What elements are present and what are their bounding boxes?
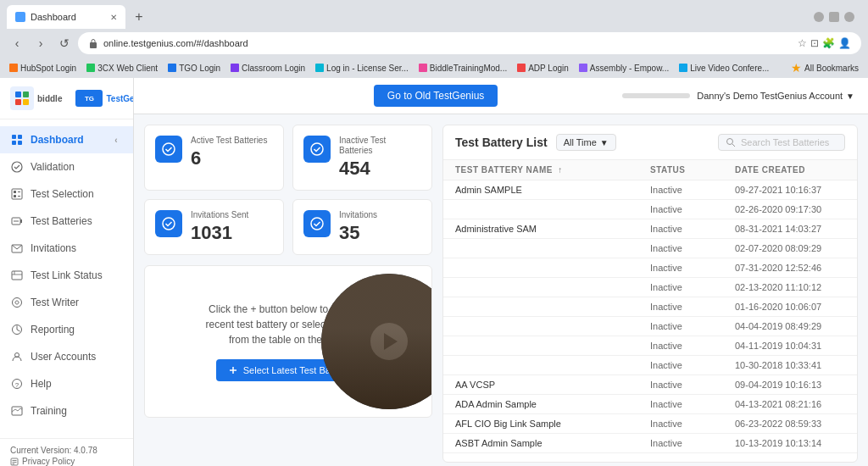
table-row[interactable]: Inactive 04-04-2019 08:49:29 bbox=[443, 317, 857, 336]
stat-card-active-batteries: Active Test Batteries 6 bbox=[144, 125, 284, 191]
table-row[interactable]: Inactive 02-07-2020 08:09:29 bbox=[443, 239, 857, 258]
search-box[interactable]: Search Test Batteries bbox=[718, 134, 845, 151]
app-container: biddle TG TestGenius Dashboard ‹ bbox=[0, 78, 868, 466]
table-row[interactable]: ADA Admin Sample Inactive 04-13-2021 08:… bbox=[443, 395, 857, 414]
address-bar[interactable]: online.testgenius.com/#/dashboard ☆ ⊡ 🧩 … bbox=[78, 32, 861, 54]
cell-battery-name: ASBT Admin Sample bbox=[455, 438, 650, 448]
test-batteries-icon bbox=[10, 214, 24, 228]
bookmark-3cx[interactable]: 3CX Web Client bbox=[84, 63, 160, 74]
progress-bar bbox=[622, 93, 690, 98]
active-batteries-icon bbox=[155, 136, 182, 163]
active-tab[interactable]: Dashboard ✕ bbox=[7, 5, 125, 29]
training-icon bbox=[10, 404, 24, 418]
table-row[interactable]: Inactive 10-30-2018 10:33:41 bbox=[443, 356, 857, 375]
bookmarks-bar: HubSpot Login 3CX Web Client TGO Login C… bbox=[0, 58, 868, 78]
dashboard-icon bbox=[10, 133, 24, 147]
stat-label-inactive: Inactive Test Batteries bbox=[339, 136, 421, 156]
sidebar-item-test-link-status[interactable]: Test Link Status bbox=[0, 262, 133, 289]
privacy-icon bbox=[10, 458, 19, 466]
sidebar-label-training: Training bbox=[31, 405, 67, 417]
bookmark-video[interactable]: Live Video Confere... bbox=[676, 63, 771, 74]
extension-icon[interactable]: 🧩 bbox=[822, 37, 835, 49]
svg-rect-1 bbox=[15, 92, 21, 97]
sidebar-item-test-batteries[interactable]: Test Batteries bbox=[0, 208, 133, 235]
bookmark-license[interactable]: Log in - License Ser... bbox=[313, 63, 411, 74]
svg-point-32 bbox=[163, 143, 175, 155]
sidebar-label-validation: Validation bbox=[31, 161, 75, 173]
cell-date: 07-31-2020 12:52:46 bbox=[735, 263, 845, 273]
table-row[interactable]: Inactive 02-13-2020 11:10:12 bbox=[443, 278, 857, 297]
cell-status: Inactive bbox=[650, 399, 735, 409]
table-row[interactable]: Inactive 04-11-2019 10:04:31 bbox=[443, 336, 857, 356]
profile-icon[interactable]: 👤 bbox=[838, 37, 851, 49]
reload-button[interactable]: ↺ bbox=[54, 33, 75, 53]
privacy-policy-link[interactable]: Privacy Policy bbox=[10, 457, 123, 466]
cast-icon[interactable]: ⊡ bbox=[810, 37, 819, 49]
bookmark-biddle[interactable]: BiddleTrainingMod... bbox=[416, 63, 509, 74]
bookmark-star-icon[interactable]: ☆ bbox=[798, 37, 807, 49]
cell-date: 06-23-2022 08:59:33 bbox=[735, 419, 845, 429]
table-row[interactable]: ASBT Admin Sample Inactive 10-13-2019 10… bbox=[443, 434, 857, 453]
bookmark-classroom[interactable]: Classroom Login bbox=[228, 63, 308, 74]
stat-card-inactive-batteries: Inactive Test Batteries 454 bbox=[292, 125, 432, 191]
table-row[interactable]: AA VCSP Inactive 09-04-2019 10:16:13 bbox=[443, 375, 857, 395]
svg-rect-19 bbox=[12, 271, 22, 280]
table-row[interactable]: Inactive 07-31-2020 12:52:46 bbox=[443, 258, 857, 278]
cell-status: Inactive bbox=[650, 438, 735, 448]
sidebar-item-help[interactable]: ? Help bbox=[0, 370, 133, 397]
bookmark-hubspot[interactable]: HubSpot Login bbox=[7, 63, 79, 74]
new-tab-button[interactable]: + bbox=[129, 7, 149, 27]
tab-close-icon[interactable]: ✕ bbox=[110, 13, 117, 22]
invitations-2-icon bbox=[303, 210, 331, 237]
top-bar: Go to Old TestGenius Danny's Demo TestGe… bbox=[134, 78, 868, 114]
close-button[interactable] bbox=[844, 12, 854, 22]
sidebar-item-test-selection[interactable]: Test Selection bbox=[0, 180, 133, 208]
stat-value-invitations-sent: 1031 bbox=[191, 222, 273, 244]
sidebar-item-reporting[interactable]: Reporting bbox=[0, 316, 133, 343]
sort-arrow-icon[interactable]: ↑ bbox=[558, 165, 563, 175]
table-row[interactable]: Administrative SAM Inactive 08-31-2021 1… bbox=[443, 219, 857, 239]
forward-button[interactable]: › bbox=[31, 33, 51, 53]
cell-date: 02-07-2020 08:09:29 bbox=[735, 243, 845, 253]
table-row[interactable]: AFL CIO Big Link Sample Inactive 06-23-2… bbox=[443, 414, 857, 434]
lock-icon bbox=[88, 38, 98, 48]
cell-date: 10-30-2018 10:33:41 bbox=[735, 360, 845, 370]
sidebar-label-dashboard: Dashboard bbox=[31, 134, 84, 146]
svg-point-35 bbox=[311, 218, 323, 230]
stat-card-invitations-2: Invitations 35 bbox=[292, 199, 432, 255]
sidebar-item-user-accounts[interactable]: User Accounts bbox=[0, 343, 133, 370]
back-button[interactable]: ‹ bbox=[7, 33, 27, 53]
sidebar-item-validation[interactable]: Validation bbox=[0, 153, 133, 180]
col-header-name: TEST BATTERY NAME ↑ bbox=[455, 165, 650, 175]
sidebar-item-test-writer[interactable]: Test Writer bbox=[0, 289, 133, 316]
biddle-icon bbox=[10, 86, 34, 110]
table-row[interactable]: Inactive 02-26-2020 09:17:30 bbox=[443, 200, 857, 219]
sidebar-item-invitations[interactable]: Invitations bbox=[0, 235, 133, 262]
time-filter-dropdown[interactable]: All Time ▼ bbox=[556, 134, 616, 151]
table-row[interactable]: Admin SAMPLE Inactive 09-27-2021 10:16:3… bbox=[443, 180, 857, 200]
sidebar-label-test-writer: Test Writer bbox=[31, 297, 79, 308]
star-icon: ★ bbox=[791, 61, 802, 75]
search-icon bbox=[726, 137, 736, 147]
account-selector[interactable]: Danny's Demo TestGenius Account ▼ bbox=[697, 91, 854, 101]
bookmark-tgo[interactable]: TGO Login bbox=[165, 63, 223, 74]
bookmark-adp[interactable]: ADP Login bbox=[515, 63, 571, 74]
sidebar-item-training[interactable]: Training bbox=[0, 397, 133, 424]
user-accounts-icon bbox=[10, 350, 24, 363]
cell-date: 02-13-2020 11:10:12 bbox=[735, 282, 845, 292]
bookmark-all[interactable]: ★ All Bookmarks bbox=[788, 60, 861, 75]
minimize-button[interactable] bbox=[814, 12, 824, 22]
address-bar-row: ‹ › ↺ online.testgenius.com/#/dashboard … bbox=[0, 29, 868, 58]
stat-content-invitations-2: Invitations 35 bbox=[339, 210, 421, 244]
cell-status: Inactive bbox=[650, 302, 735, 312]
cell-date: 04-11-2019 10:04:31 bbox=[735, 341, 845, 351]
go-to-old-button[interactable]: Go to Old TestGenius bbox=[374, 85, 498, 107]
maximize-button[interactable] bbox=[829, 12, 839, 22]
sidebar-label-help: Help bbox=[31, 378, 52, 390]
table-row[interactable]: Inactive 01-16-2020 10:06:07 bbox=[443, 297, 857, 317]
bookmark-assembly[interactable]: Assembly - Empow... bbox=[576, 63, 671, 74]
cell-battery-name: AFL CIO Big Link Sample bbox=[455, 419, 650, 429]
sidebar-item-dashboard[interactable]: Dashboard ‹ bbox=[0, 126, 133, 153]
cell-status: Inactive bbox=[650, 204, 735, 214]
assembly-icon bbox=[579, 64, 587, 72]
